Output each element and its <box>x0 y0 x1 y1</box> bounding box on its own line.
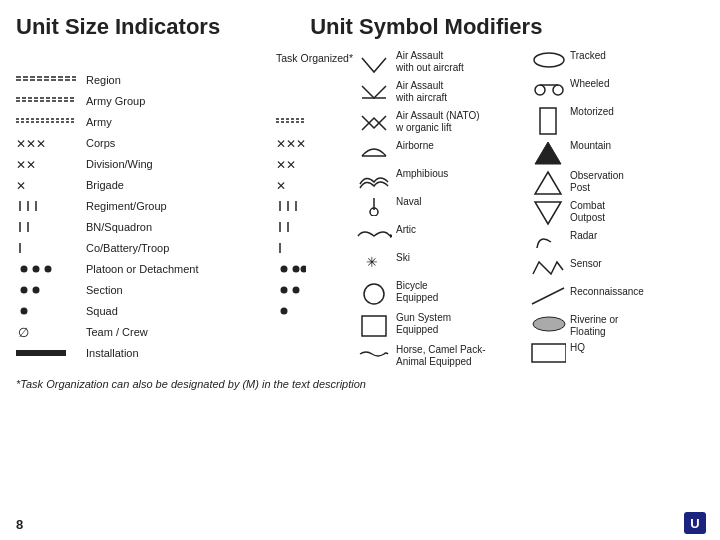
team-task <box>276 323 356 341</box>
mod-airborne: Airborne <box>356 140 530 164</box>
svg-point-47 <box>364 284 384 304</box>
mod-mountain: Mountain <box>530 140 704 166</box>
naval-label: Naval <box>396 196 530 208</box>
mountain-symbol <box>530 140 566 166</box>
size-army-group: Army Group <box>16 92 356 110</box>
gun-system-label: Gun SystemEquipped <box>396 312 530 336</box>
size-corps: ✕✕✕ Corps ✕✕✕ <box>16 134 356 152</box>
brigade-task: ✕ <box>276 176 356 194</box>
air-assault-no-ac-symbol <box>356 50 392 76</box>
airborne-label: Airborne <box>396 140 530 152</box>
region-task <box>276 71 356 89</box>
platoon-label: Platoon or Detachment <box>86 263 276 275</box>
mod-gun-system: Gun SystemEquipped <box>356 312 530 340</box>
mod-horse: Horse, Camel Pack-Animal Equipped <box>356 344 530 368</box>
modifiers-col: Air Assaultwith out aircraft Air Assault… <box>356 50 704 370</box>
mod-col-right: Tracked Wheeled <box>530 50 704 370</box>
svg-point-35 <box>293 287 300 294</box>
region-symbol <box>16 73 86 87</box>
section-symbol <box>16 283 86 297</box>
unit-size-col: Task Organized* Region Army Group <box>16 50 356 370</box>
svg-text:✕: ✕ <box>16 179 26 192</box>
team-label: Team / Crew <box>86 326 276 338</box>
riverine-symbol <box>530 314 566 332</box>
region-label: Region <box>86 74 276 86</box>
air-assault-no-ac-label: Air Assaultwith out aircraft <box>396 50 530 74</box>
size-region: Region <box>16 71 356 89</box>
svg-point-26 <box>21 266 28 273</box>
army-symbol <box>16 115 86 129</box>
hq-symbol <box>530 342 566 364</box>
svg-rect-53 <box>540 108 556 134</box>
mod-hq: HQ <box>530 342 704 366</box>
corps-task-sym: ✕✕✕ <box>276 134 356 152</box>
air-assault-ac-symbol <box>356 80 392 106</box>
svg-point-49 <box>534 53 564 67</box>
air-assault-nato-label: Air Assault (NATO)w organic lift <box>396 110 530 134</box>
svg-text:∅: ∅ <box>18 325 29 339</box>
svg-marker-56 <box>535 202 561 224</box>
sq-task-sym <box>276 302 356 320</box>
svg-point-36 <box>21 308 28 315</box>
installation-label: Installation <box>86 347 276 359</box>
sec-task-sym <box>276 281 356 299</box>
division-symbol: ✕✕ <box>16 157 86 171</box>
amphibious-symbol <box>356 168 392 190</box>
regiment-task <box>276 197 356 215</box>
bn-task-sym <box>276 218 356 236</box>
svg-text:✕✕: ✕✕ <box>16 158 36 171</box>
svg-text:✕: ✕ <box>276 179 286 192</box>
horse-symbol <box>356 344 392 364</box>
battalion-task <box>276 218 356 236</box>
corps-label: Corps <box>86 137 276 149</box>
col-header-row: Task Organized* <box>16 50 356 68</box>
size-squad: Squad <box>16 302 356 320</box>
size-division: ✕✕ Division/Wing ✕✕ <box>16 155 356 173</box>
brigade-label: Brigade <box>86 179 276 191</box>
wheeled-symbol <box>530 78 566 98</box>
svg-rect-39 <box>16 350 66 356</box>
air-assault-ac-label: Air Assaultwith aircraft <box>396 80 530 104</box>
header-row: Unit Size Indicators Unit Symbol Modifie… <box>16 14 704 40</box>
mountain-label: Mountain <box>570 140 704 152</box>
regiment-label: Regiment/Group <box>86 200 276 212</box>
platoon-symbol <box>16 262 86 276</box>
cobattery-task <box>276 239 356 257</box>
svg-point-27 <box>33 266 40 273</box>
size-army: Army <box>16 113 356 131</box>
svg-point-29 <box>281 266 288 273</box>
gun-system-symbol <box>356 312 392 340</box>
amphibious-label: Amphibious <box>396 168 530 180</box>
mod-combat-outpost: CombatOutpost <box>530 200 704 226</box>
div-task-sym: ✕✕ <box>276 155 356 173</box>
wheeled-label: Wheeled <box>570 78 704 90</box>
brig-task-sym: ✕ <box>276 176 356 194</box>
brigade-symbol: ✕ <box>16 178 86 192</box>
mod-air-assault-ac: Air Assaultwith aircraft <box>356 80 530 106</box>
squad-task <box>276 302 356 320</box>
ag-task-sym <box>276 92 356 110</box>
motorized-label: Motorized <box>570 106 704 118</box>
mod-riverine: Riverine orFloating <box>530 314 704 338</box>
corps-task: ✕✕✕ <box>276 134 356 152</box>
svg-line-57 <box>532 288 564 304</box>
battalion-symbol <box>16 220 86 234</box>
svg-point-32 <box>21 287 28 294</box>
footer-note: *Task Organization can also be designate… <box>16 378 704 390</box>
mod-naval: Naval <box>356 196 530 220</box>
svg-rect-59 <box>532 344 566 362</box>
air-assault-nato-symbol <box>356 110 392 136</box>
team-symbol: ∅ <box>16 325 86 339</box>
main-content: Task Organized* Region Army Group <box>16 50 704 370</box>
team-task-sym <box>276 323 356 341</box>
svg-point-30 <box>293 266 300 273</box>
reg-task-sym <box>276 197 356 215</box>
svg-point-31 <box>301 266 307 273</box>
region-task-sym <box>276 71 356 89</box>
army-label: Army <box>86 116 276 128</box>
size-section: Section <box>16 281 356 299</box>
observation-post-symbol <box>530 170 566 196</box>
tracked-label: Tracked <box>570 50 704 62</box>
army-task-sym <box>276 113 356 131</box>
mod-amphibious: Amphibious <box>356 168 530 192</box>
